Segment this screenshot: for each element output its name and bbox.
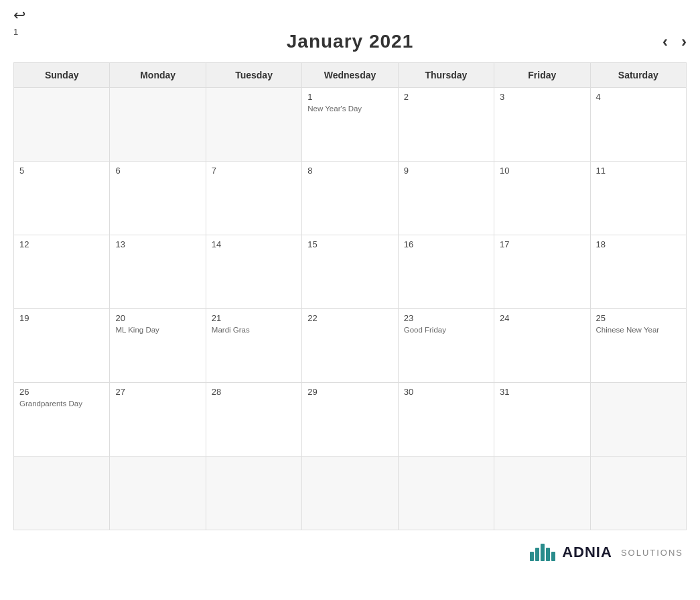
day-number: 18 [596, 239, 681, 249]
col-header-monday: Monday [110, 63, 206, 88]
day-number: 29 [307, 387, 392, 397]
logo-bar-3 [541, 544, 545, 561]
calendar-week-row [14, 457, 687, 530]
calendar-week-row: 1920ML King Day21Mardi Gras2223Good Frid… [14, 309, 687, 383]
calendar-cell [302, 457, 398, 530]
calendar-cell: 28 [206, 383, 301, 457]
prev-month-button[interactable]: ‹ [662, 32, 668, 51]
day-number: 27 [115, 387, 200, 397]
day-number: 2 [404, 92, 488, 102]
day-number: 8 [307, 166, 392, 176]
day-event: Chinese New Year [596, 326, 681, 334]
day-event: Mardi Gras [212, 326, 296, 334]
calendar-cell [110, 457, 206, 530]
calendar-cell: 17 [494, 235, 590, 309]
calendar-week-row: 26Grandparents Day2728293031 [14, 383, 687, 457]
day-number: 1 [307, 92, 392, 102]
day-number: 14 [212, 239, 296, 249]
calendar-cell: 3 [494, 88, 590, 162]
col-header-wednesday: Wednesday [302, 63, 398, 88]
calendar-cell [206, 457, 301, 530]
calendar-cell: 10 [494, 162, 590, 235]
top-bar: ↩ [0, 0, 700, 24]
day-number: 7 [212, 166, 296, 176]
calendar-cell: 7 [206, 162, 301, 235]
calendar-cell: 18 [590, 235, 686, 309]
day-number: 13 [115, 239, 200, 249]
calendar-cell [590, 383, 686, 457]
calendar-cell: 13 [110, 235, 206, 309]
logo-brand: ADNIA [562, 544, 612, 561]
nav-arrows: ‹ › [662, 32, 687, 51]
calendar-cell: 15 [302, 235, 398, 309]
calendar-cell [398, 457, 494, 530]
day-number: 28 [212, 387, 296, 397]
calendar-cell: 31 [494, 383, 590, 457]
logo-icon [530, 544, 555, 561]
day-number: 10 [500, 166, 584, 176]
day-number: 22 [307, 313, 392, 323]
calendar-table: SundayMondayTuesdayWednesdayThursdayFrid… [13, 62, 687, 530]
calendar-cell: 1New Year's Day [302, 88, 398, 162]
calendar-header: January 2021 ‹ › [0, 24, 700, 62]
calendar-cell: 26Grandparents Day [14, 383, 110, 457]
day-event: ML King Day [115, 326, 200, 334]
footer: ADNIA SOLUTIONS [0, 537, 700, 568]
calendar-cell: 20ML King Day [110, 309, 206, 383]
calendar-cell: 16 [398, 235, 494, 309]
logo-bar-5 [551, 552, 555, 561]
logo-bar-1 [530, 552, 534, 561]
day-number: 20 [115, 313, 200, 323]
day-event: Good Friday [404, 326, 488, 334]
day-number: 12 [19, 239, 104, 249]
col-header-friday: Friday [494, 63, 590, 88]
day-number: 9 [404, 166, 488, 176]
calendar-cell: 21Mardi Gras [206, 309, 301, 383]
col-header-saturday: Saturday [590, 63, 686, 88]
day-number: 16 [404, 239, 488, 249]
logo-bar-4 [546, 548, 550, 561]
next-month-button[interactable]: › [681, 32, 687, 51]
logo-bar-2 [535, 548, 539, 561]
day-event: New Year's Day [307, 105, 392, 113]
day-number: 11 [596, 166, 681, 176]
calendar-cell [14, 88, 110, 162]
day-number: 24 [500, 313, 584, 323]
calendar-cell: 22 [302, 309, 398, 383]
calendar-cell [110, 88, 206, 162]
calendar-cell: 11 [590, 162, 686, 235]
calendar-cell: 30 [398, 383, 494, 457]
calendar-cell: 6 [110, 162, 206, 235]
day-number: 23 [404, 313, 488, 323]
calendar-week-row: 12131415161718 [14, 235, 687, 309]
day-number: 30 [404, 387, 488, 397]
day-number: 21 [212, 313, 296, 323]
calendar-cell: 2 [398, 88, 494, 162]
calendar-cell [590, 457, 686, 530]
col-header-thursday: Thursday [398, 63, 494, 88]
day-number: 26 [19, 387, 104, 397]
col-header-sunday: Sunday [14, 63, 110, 88]
day-event: Grandparents Day [19, 400, 104, 408]
calendar-cell: 5 [14, 162, 110, 235]
month-title: January 2021 [287, 31, 413, 52]
back-icon[interactable]: ↩ [13, 7, 25, 24]
calendar-cell [494, 457, 590, 530]
calendar-cell: 19 [14, 309, 110, 383]
calendar-cell: 9 [398, 162, 494, 235]
calendar-cell: 8 [302, 162, 398, 235]
calendar-cell: 25Chinese New Year [590, 309, 686, 383]
col-header-tuesday: Tuesday [206, 63, 301, 88]
calendar-cell: 23Good Friday [398, 309, 494, 383]
day-number: 6 [115, 166, 200, 176]
calendar-cell: 12 [14, 235, 110, 309]
day-number: 25 [596, 313, 681, 323]
day-number: 5 [19, 166, 104, 176]
calendar-week-row: 1New Year's Day234 [14, 88, 687, 162]
day-number: 15 [307, 239, 392, 249]
calendar-cell: 4 [590, 88, 686, 162]
day-number: 31 [500, 387, 584, 397]
calendar-cell [206, 88, 301, 162]
logo-tagline: SOLUTIONS [621, 548, 683, 558]
calendar-week-row: 567891011 [14, 162, 687, 235]
